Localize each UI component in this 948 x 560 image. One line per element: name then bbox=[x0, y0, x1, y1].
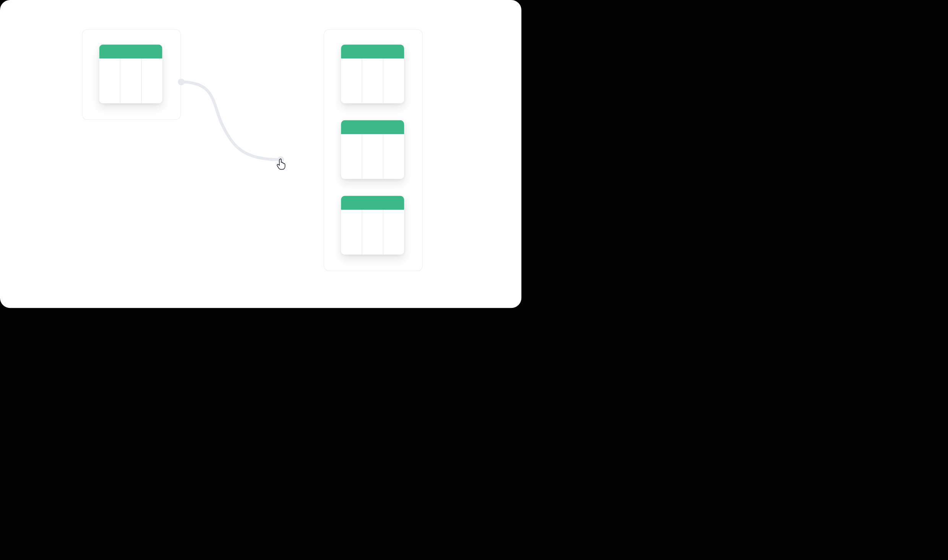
table-icon bbox=[341, 45, 404, 104]
diagram-canvas bbox=[0, 0, 521, 308]
connector-path[interactable] bbox=[181, 82, 279, 160]
table-column bbox=[362, 58, 384, 104]
table-column bbox=[383, 134, 404, 179]
table-icon bbox=[341, 196, 404, 255]
table-column bbox=[383, 210, 404, 255]
table-column bbox=[362, 210, 384, 255]
table-column bbox=[383, 58, 404, 104]
table-column bbox=[341, 58, 362, 104]
table-column bbox=[341, 134, 362, 179]
table-column bbox=[142, 58, 162, 104]
table-column bbox=[120, 58, 142, 104]
connector-curve[interactable] bbox=[0, 0, 521, 308]
table-column bbox=[99, 58, 121, 104]
table-column bbox=[362, 134, 384, 179]
table-icon bbox=[99, 45, 162, 104]
table-icon bbox=[341, 120, 404, 179]
table-header-bar bbox=[341, 196, 404, 210]
source-node-card[interactable] bbox=[82, 29, 181, 120]
table-header-bar bbox=[99, 45, 162, 58]
table-column bbox=[341, 210, 362, 255]
target-node-card[interactable] bbox=[324, 29, 423, 271]
pointer-hand-icon bbox=[276, 158, 288, 170]
table-header-bar bbox=[341, 45, 404, 58]
table-header-bar bbox=[341, 120, 404, 134]
